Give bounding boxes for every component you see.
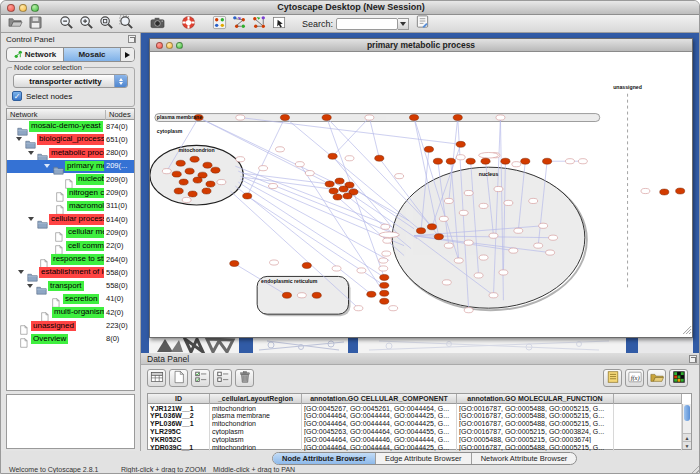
column-header-annotation-go-molecular-function[interactable]: annotation.GO MOLECULAR_FUNCTION <box>457 394 614 404</box>
tab-edge-attribute-browser[interactable]: Edge Attribute Browser <box>376 453 472 464</box>
network-node-selected <box>424 146 433 152</box>
tree-row-transport[interactable]: transport558(0) <box>7 280 134 293</box>
tab-scroll-right-button[interactable] <box>121 48 134 61</box>
tree-row-mosaic-demo-yeast[interactable]: mosaic-demo-yeast874(0) <box>7 120 134 133</box>
zoom-selected-icon <box>119 15 134 33</box>
zoom-fit-icon <box>99 15 114 33</box>
annotation-palette-button[interactable] <box>210 16 228 32</box>
tree-row-node-count: 264(0) <box>106 255 128 264</box>
scroll-up-button[interactable]: ▲ <box>683 433 691 441</box>
network-node-unselected <box>464 308 473 313</box>
network-node-selected <box>211 167 220 173</box>
network-node-unselected <box>236 115 245 120</box>
help-lifesaver-button[interactable] <box>179 16 197 32</box>
tree-row-node-count: 280(0) <box>106 148 128 157</box>
table-row[interactable]: YPL036W__2plasma membrane[GO:0044464, GO… <box>148 412 682 420</box>
new-attribute-button[interactable] <box>169 369 188 387</box>
attribute-list-button[interactable] <box>603 369 622 387</box>
node-color-dropdown[interactable]: transporter activity <box>13 74 128 88</box>
table-cell: [GO:0016787, GO:0005215, GO:0003824, G..… <box>457 427 614 435</box>
network-node-wide <box>479 152 499 158</box>
network-edge <box>238 171 399 236</box>
column-header-annotation-go-cellular-component[interactable]: annotation.GO CELLULAR_COMPONENT <box>302 394 457 404</box>
table-row[interactable]: YPL036W__1mitochondrion[GO:0044464, GO:0… <box>148 420 682 428</box>
birdseye-view-panel[interactable] <box>6 394 135 449</box>
matrix-view-button[interactable] <box>669 369 688 387</box>
window-resize-grip[interactable] <box>691 465 700 474</box>
layout-one-button[interactable] <box>230 16 248 32</box>
search-input[interactable] <box>336 18 398 30</box>
zoom-fit-button[interactable] <box>97 16 115 32</box>
network-node-unselected <box>162 169 171 174</box>
tree-row-cellular-metabo[interactable]: cellular metabo209(0) <box>7 226 134 239</box>
tree-row-biological-process[interactable]: biological_process651(0) <box>7 133 134 146</box>
tab-network[interactable]: Network <box>7 48 64 61</box>
unselect-attributes-button[interactable] <box>213 369 232 387</box>
network-canvas[interactable]: plasma membranecytoplasmmitochondrionnuc… <box>150 52 692 337</box>
tree-row-secretion[interactable]: secretion41(0) <box>7 293 134 306</box>
tree-expand-arrow-icon[interactable] <box>27 284 33 288</box>
network-node-selected <box>521 158 530 164</box>
tree-row-primary-metabo[interactable]: primary metabo209(... <box>7 160 134 173</box>
import-attributes-button[interactable] <box>647 369 666 387</box>
zoom-selected-button[interactable] <box>117 16 135 32</box>
search-config-button[interactable] <box>413 16 431 32</box>
select-mode-button[interactable] <box>270 16 288 32</box>
table-cell: [GO:0016787, GO:0005488, GO:0005215, G..… <box>457 443 614 451</box>
network-node-selected <box>333 194 342 200</box>
network-node-selected <box>329 188 338 194</box>
table-row[interactable]: YJR121W__1mitochondrion[GO:0045267, GO:0… <box>148 404 682 412</box>
float-panel-icon[interactable] <box>128 35 136 43</box>
network-node-selected <box>375 155 384 161</box>
delete-attribute-button[interactable] <box>235 369 254 387</box>
network-node-unselected <box>444 198 453 203</box>
cell-id: YDR039C__1 <box>148 443 210 451</box>
tree-row-label: cellular metabo <box>66 227 104 238</box>
tree-row-macromolecule[interactable]: macromolecule311(0) <box>7 200 134 213</box>
scroll-down-button[interactable]: ▼ <box>683 441 691 449</box>
layout-two-button[interactable] <box>250 16 268 32</box>
zoom-out-button[interactable] <box>57 16 75 32</box>
network-node-selected <box>230 261 239 267</box>
snapshot-camera-button[interactable] <box>148 16 166 32</box>
attribute-table-button[interactable] <box>147 369 166 387</box>
toolbar-group <box>209 16 289 32</box>
tree-row-establishment-of-lo[interactable]: establishment of lo558(0) <box>7 266 134 279</box>
tree-expand-arrow-icon[interactable] <box>18 270 24 274</box>
search-dropdown-button[interactable] <box>398 18 409 30</box>
tree-row-cellular-process[interactable]: cellular process614(0) <box>7 213 134 226</box>
tab-network-attribute-browser[interactable]: Network Attribute Browser <box>472 453 577 464</box>
tree-row-nucleobase-[interactable]: nucleobase-209(0) <box>7 173 134 186</box>
function-builder-button[interactable]: f(x) <box>625 369 644 387</box>
table-row[interactable]: YDR039C__1mitochondrion[GO:0044464, GO:0… <box>148 443 682 451</box>
tree-row-nitrogen-compo[interactable]: nitrogen compo209(0) <box>7 187 134 200</box>
scrollbar-thumb[interactable] <box>684 405 690 421</box>
tree-row-multi-organism-pro[interactable]: multi-organism pro42(0) <box>7 306 134 319</box>
tree-expand-arrow-icon[interactable] <box>28 217 34 221</box>
tree-expand-arrow-icon[interactable] <box>16 137 22 141</box>
table-scrollbar[interactable]: ▲ ▼ <box>682 404 691 449</box>
tree-expand-arrow-icon[interactable] <box>44 164 50 168</box>
attribute-table: ▲ ▼ ID_cellularLayoutRegionannotation.GO… <box>147 393 692 450</box>
tree-row-metabolic-process[interactable]: metabolic process280(0) <box>7 147 134 160</box>
table-row[interactable]: YKR052Ccytoplasm[GO:0044464, GO:0044446,… <box>148 435 682 443</box>
table-cell: [GO:0044464, GO:0044444, GO:0044425, G..… <box>302 443 457 451</box>
tab-node-attribute-browser[interactable]: Node Attribute Browser <box>273 453 376 464</box>
cell-id: YPL036W__2 <box>148 412 210 420</box>
column-header-id[interactable]: ID <box>148 394 210 404</box>
zoom-in-button[interactable] <box>77 16 95 32</box>
tree-row-unassigned[interactable]: unassigned223(0) <box>7 320 134 333</box>
compartment-plasma-membrane <box>155 114 600 122</box>
table-row[interactable]: YLR295Ccytoplasm[GO:0045263, GO:0044464,… <box>148 427 682 435</box>
tree-expand-arrow-icon[interactable] <box>28 151 34 155</box>
tab-mosaic[interactable]: Mosaic <box>64 48 121 61</box>
column-header--cellularlayoutregion[interactable]: _cellularLayoutRegion <box>210 394 302 404</box>
select-nodes-checkbox[interactable]: ✓ <box>12 91 22 101</box>
save-session-button[interactable] <box>26 16 44 32</box>
float-data-panel-icon[interactable] <box>689 355 697 363</box>
open-network-button[interactable] <box>6 16 24 32</box>
tree-row-response-to-stimul[interactable]: response to stimul264(0) <box>7 253 134 266</box>
tree-row-cell-communica[interactable]: cell communica22(0) <box>7 240 134 253</box>
select-attributes-button[interactable] <box>191 369 210 387</box>
tree-row-overview[interactable]: Overview8(0) <box>7 333 134 346</box>
